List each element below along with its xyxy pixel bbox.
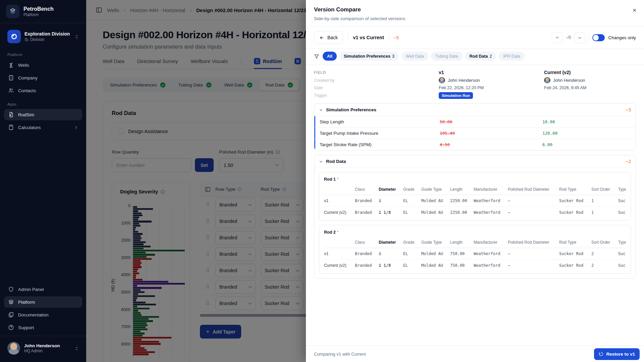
v2-created-by: John Henderson (544, 77, 636, 83)
chevron-down-icon (319, 160, 323, 164)
change-row: Target Pump Intake Pressure 105.40 120.0… (314, 127, 636, 139)
sidebar-section-apps: Apps (0, 97, 86, 108)
sidebar-item-company[interactable]: Company (4, 72, 82, 83)
sidebar-item-contacts[interactable]: Contacts (4, 85, 82, 96)
filter-all[interactable]: All (323, 52, 337, 61)
back-button[interactable]: Back (314, 31, 343, 44)
rod-col-header: Length (450, 185, 474, 195)
help-circle-icon (8, 324, 14, 330)
v1-date: Feb 22, 2026, 12:20 PM (439, 85, 544, 90)
restore-to-v1-button[interactable]: Restore to v1 (594, 348, 640, 360)
v2-date: Feb 24, 2026, 9:45 AM (544, 85, 636, 90)
close-icon[interactable]: ✕ (632, 7, 637, 13)
section-diff-count: ~2 (626, 159, 631, 164)
layers-icon (8, 299, 14, 305)
rod-col-header: Type (618, 238, 626, 248)
sidebar-item-wells[interactable]: Wells (4, 59, 82, 71)
user-menu[interactable]: John Henderson HQ Admin (4, 339, 82, 357)
section-simulation-preferences: Simulation Preferences ~3 Step Length 50… (314, 103, 636, 150)
panel-toolbar: Back v1 vs Current ~5 -/5 Changes only (306, 26, 644, 49)
org-name: Exploration Division (24, 31, 70, 37)
building-icon (24, 38, 29, 42)
field-header: FIELD (314, 70, 439, 74)
new-value: 120.00 (542, 131, 636, 136)
panel-body: FIELD v1 Current (v2) Created by John He… (306, 65, 644, 346)
version-meta: FIELD v1 Current (v2) Created by John He… (314, 70, 636, 103)
rod-col-header: Manufacturer (474, 185, 508, 195)
rod-col-header: Manufacturer (474, 238, 508, 248)
chevron-down-icon (319, 108, 323, 112)
user-role: HQ Admin (24, 349, 60, 353)
change-counter: -/5 (566, 35, 571, 40)
avatar (439, 77, 445, 83)
brand-sub: Platform (23, 12, 54, 17)
sidebar-item-support[interactable]: Support (4, 322, 82, 333)
restore-icon (599, 352, 603, 356)
sidebar-item-rodsim[interactable]: RodSim (4, 109, 82, 120)
rod-col-header: Guide Type (421, 238, 450, 248)
rod-col-header: Polished Rod Diameter (508, 185, 559, 195)
divider (389, 34, 389, 41)
filter-ipr-data[interactable]: IPR Data (499, 52, 525, 61)
chevron-right-icon (74, 125, 78, 130)
org-icon (7, 30, 21, 43)
prev-change-button[interactable] (552, 32, 563, 43)
total-diff-count: ~5 (394, 35, 399, 40)
rod-compare-list: Rod 1*ClassDiameterGradeGuide TypeLength… (314, 168, 636, 278)
changed-asterisk-icon: * (337, 177, 339, 182)
unfold-chevrons-icon (74, 35, 79, 39)
changes-only-label: Changes only (608, 35, 636, 40)
changed-asterisk-icon: * (337, 230, 339, 235)
filter-well-data[interactable]: Well Data (401, 52, 428, 61)
filter-simulation-preferences[interactable]: Simulation Preferences 3 (339, 52, 399, 61)
divider (589, 34, 589, 41)
brand-name: PetroBench (23, 6, 54, 12)
trigger-label: Trigger (314, 93, 439, 98)
contacts-icon (8, 87, 14, 94)
filter-rod-data[interactable]: Rod Data 2 (465, 52, 496, 61)
rod-compare-row: Current (v2)Branded1 1/8ELMolded AU2250.… (324, 207, 626, 219)
old-value: 50.00 (440, 119, 542, 124)
new-value: 10.00 (542, 119, 636, 124)
created-by-label: Created by (314, 78, 439, 83)
change-row: Step Length 50.00 10.00 (314, 116, 636, 127)
panel-subtitle: Side-by-side comparison of selected vers… (314, 16, 636, 21)
filter-tubing-data[interactable]: Tubing Data (431, 52, 463, 61)
section-header[interactable]: Rod Data ~2 (314, 155, 636, 168)
footer-status: Comparing v1 with Current (314, 352, 366, 357)
panel-title: Version Compare (314, 6, 636, 13)
rod-col-header: Class (355, 185, 379, 195)
next-change-button[interactable] (574, 32, 585, 43)
v1-created-by: John Henderson (439, 77, 544, 83)
changes-only-toggle[interactable] (592, 34, 605, 41)
rod-col-header: Length (450, 238, 474, 248)
rod-name: Rod 1 (324, 177, 336, 182)
sidebar-item-platform[interactable]: Platform (4, 296, 82, 308)
v1-column-header: v1 (439, 70, 544, 75)
user-name: John Henderson (24, 343, 60, 348)
compare-label: v1 vs Current (353, 35, 384, 40)
org-type: Division (24, 37, 70, 42)
arrow-left-icon (319, 35, 324, 40)
sidebar-item-calculators[interactable]: Calculators (4, 122, 82, 133)
section-rod-data: Rod Data ~2 Rod 1*ClassDiameterGradeGuid… (314, 155, 636, 279)
calculator-icon (8, 124, 14, 130)
filter-bar: All Simulation Preferences 3 Well Data T… (306, 49, 644, 65)
divider (348, 34, 348, 41)
avatar (544, 77, 550, 83)
panel-header: Version Compare Side-by-side comparison … (306, 0, 644, 26)
petrobench-logo-icon (6, 5, 19, 18)
rod-col-header: Diameter (379, 238, 403, 248)
change-row: Target Stroke Rate (SPM) 4.50 6.00 (314, 139, 636, 150)
sidebar-item-documentation[interactable]: Documentation (4, 309, 82, 320)
org-switcher[interactable]: Exploration Division Division (4, 27, 82, 46)
shield-icon (8, 286, 14, 292)
rod-col-header: Diameter (379, 185, 403, 195)
wells-icon (8, 62, 14, 68)
app-window: PetroBench Platform Exploration Division… (0, 0, 644, 362)
date-label: Date (314, 85, 439, 90)
user-avatar (7, 342, 20, 355)
section-header[interactable]: Simulation Preferences ~3 (314, 104, 636, 116)
sidebar-item-admin-panel[interactable]: Admin Panel (4, 284, 82, 295)
rod-compare-row: v1Branded1ELMolded AU2250.00Weatherford–… (324, 195, 626, 207)
